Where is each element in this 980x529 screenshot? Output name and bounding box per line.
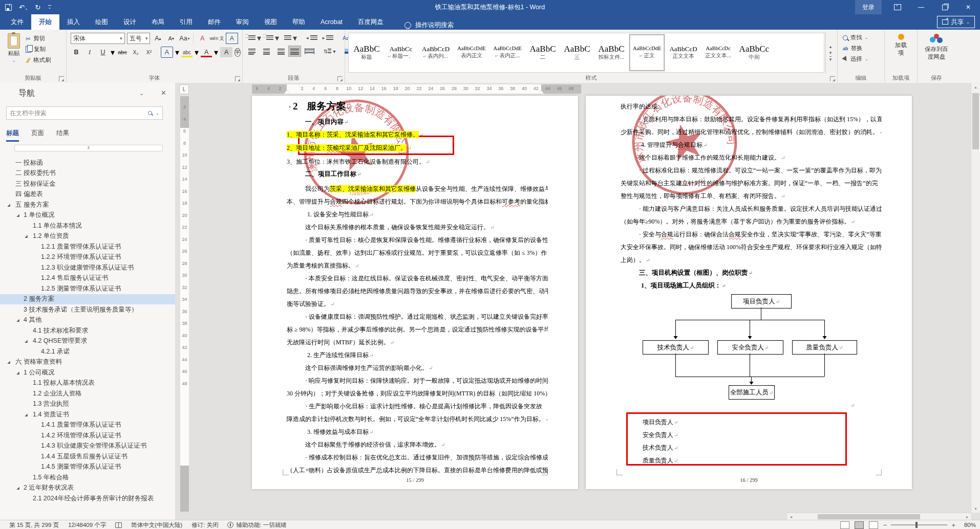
- customize-qat-icon[interactable]: ⌄: [48, 5, 52, 10]
- nav-item[interactable]: ◢4.2 QHSE管理要求: [0, 336, 175, 347]
- style-正文文本[interactable]: AaBbCcD正文文本: [666, 34, 700, 71]
- multilevel-list-button[interactable]: ▾: [283, 33, 299, 43]
- clear-formatting-button[interactable]: A: [197, 33, 208, 43]
- language-indicator[interactable]: 简体中文(中国大陆): [131, 521, 182, 529]
- style-正文文本...[interactable]: AaBbCcDc正文文本...: [702, 34, 735, 71]
- align-center-button[interactable]: [261, 46, 272, 56]
- word-count[interactable]: 12/48409 个字: [68, 521, 106, 529]
- nav-item[interactable]: 1.4.1 质量管理体系认证证书: [0, 420, 175, 431]
- nav-item[interactable]: 四 偏差表: [0, 189, 175, 200]
- chevron-down-icon[interactable]: ⌄: [139, 90, 144, 97]
- redo-icon[interactable]: ↻: [35, 4, 41, 11]
- highlight-color-button[interactable]: abc: [181, 47, 193, 57]
- expand-icon[interactable]: ◢: [25, 412, 28, 416]
- nav-item[interactable]: 二 授权委托书: [0, 168, 175, 179]
- zoom-percentage[interactable]: 80%: [961, 522, 976, 528]
- style-表内正文[interactable]: AaBbCcDdE表内正文: [454, 34, 488, 71]
- tab-设计[interactable]: 设计: [116, 14, 144, 30]
- close-button[interactable]: ✕: [956, 0, 980, 14]
- style-正文[interactable]: AaBbCcDdE↵正文: [629, 34, 665, 71]
- cut-button[interactable]: ✂剪切: [26, 35, 51, 42]
- undo-icon[interactable]: ↶⌄: [19, 4, 28, 11]
- styles-dialog-launcher[interactable]: [830, 76, 835, 81]
- tab-文件[interactable]: 文件: [3, 14, 31, 30]
- styles-more-button[interactable]: ▴▾▾: [825, 32, 835, 74]
- tab-邮件[interactable]: 邮件: [200, 14, 228, 30]
- addins-button[interactable]: 加载项: [887, 32, 915, 57]
- page-indicator[interactable]: 第 15 页, 共 299 页: [9, 521, 59, 529]
- expand-icon[interactable]: ◢: [16, 213, 19, 217]
- accessibility-status[interactable]: 辅助功能: 一切就绪: [227, 521, 286, 529]
- nav-tab-页面[interactable]: 页面: [31, 129, 44, 142]
- page-15[interactable]: ·2服务方案↵ 涿州市铁工石化设备制造有限公司 1243019620517 15…: [252, 96, 578, 489]
- horizontal-ruler[interactable]: 6422468101214161820222426283032343638404…: [252, 84, 581, 94]
- style-投标文件...[interactable]: AaBbC投标文件...: [595, 34, 628, 71]
- nav-item[interactable]: ◢1 公司概况: [0, 367, 175, 378]
- nav-item[interactable]: 4.1 技术标准和要求: [0, 325, 175, 336]
- tab-审阅[interactable]: 审阅: [228, 14, 257, 30]
- expand-icon[interactable]: ◢: [7, 203, 10, 207]
- nav-item[interactable]: 一 投标函: [0, 158, 175, 168]
- scrollbar-thumb[interactable]: [972, 93, 979, 149]
- paste-button[interactable]: 粘贴 ⌄: [2, 32, 26, 74]
- nav-item[interactable]: 1.2.4 售后服务认证证书: [0, 273, 175, 284]
- expand-icon[interactable]: ◢: [25, 339, 28, 343]
- nav-item[interactable]: ◢1.2 单位资质: [0, 231, 175, 242]
- nav-item[interactable]: 1.3 营业执照: [0, 399, 175, 410]
- nav-item[interactable]: 3 技术服务承诺（主要说明服务质量等）: [0, 304, 175, 315]
- align-left-button[interactable]: [247, 46, 259, 56]
- shrink-font-button[interactable]: A▾: [165, 33, 177, 43]
- format-painter-button[interactable]: 格式刷: [26, 56, 51, 64]
- print-layout-button[interactable]: [855, 521, 864, 529]
- right-indent-marker[interactable]: [539, 90, 544, 94]
- scrollbar-thumb[interactable]: [818, 514, 920, 519]
- distribute-button[interactable]: [303, 46, 316, 56]
- page-16[interactable]: 涿州市铁工石化设备制造有限公司 1243019620517 16 / 299 执…: [586, 96, 912, 489]
- bullets-button[interactable]: ▾: [247, 33, 263, 43]
- text-effects-button[interactable]: A: [161, 47, 173, 58]
- tab-selector[interactable]: L: [179, 84, 189, 94]
- font-size-combo[interactable]: 五号▾: [127, 33, 151, 44]
- nav-item[interactable]: ◢2 近年财务状况表: [0, 483, 175, 494]
- nav-jump-top-bar[interactable]: ⊼: [14, 145, 163, 151]
- grow-font-button[interactable]: A▴: [152, 33, 163, 43]
- restore-button[interactable]: [933, 0, 956, 14]
- document-search-input[interactable]: 在文档中搜索 ⌄: [6, 106, 163, 120]
- web-layout-button[interactable]: [869, 521, 878, 529]
- tab-视图[interactable]: 视图: [257, 14, 285, 30]
- hanging-indent-marker[interactable]: [284, 90, 289, 94]
- nav-item[interactable]: 1.4.3 职业健康安全管理体系认证证书: [0, 441, 175, 452]
- style-二[interactable]: AaBbC二: [526, 34, 559, 71]
- character-shading-button[interactable]: A: [220, 47, 232, 57]
- enclose-characters-button[interactable]: 字: [235, 48, 241, 57]
- bold-button[interactable]: B: [71, 47, 82, 57]
- nav-item[interactable]: ◢五 服务方案: [0, 200, 175, 210]
- zoom-out-button[interactable]: −: [883, 521, 887, 529]
- style-标题一、[interactable]: AaBbCc↵标题一、: [385, 34, 417, 71]
- nav-item[interactable]: ◢1 单位概况: [0, 210, 175, 221]
- save-to-baidu-button[interactable]: 保存到百度网盘: [920, 32, 953, 61]
- font-dialog-launcher[interactable]: [235, 76, 240, 81]
- tab-Acrobat[interactable]: Acrobat: [313, 14, 350, 30]
- tab-百度网盘[interactable]: 百度网盘: [350, 14, 391, 30]
- nav-item[interactable]: 1.4.2 环境管理体系认证证书: [0, 430, 175, 441]
- expand-icon[interactable]: ◢: [16, 370, 19, 374]
- tell-me-search[interactable]: 操作说明搜索: [404, 21, 454, 30]
- change-case-button[interactable]: Aa▾: [179, 33, 190, 43]
- vertical-ruler[interactable]: 2468101214161820222426283032343638404244…: [180, 96, 189, 512]
- nav-item[interactable]: ◢4 其他: [0, 315, 175, 326]
- select-button[interactable]: 选择⌄: [843, 55, 879, 63]
- tab-引用[interactable]: 引用: [172, 14, 200, 30]
- increase-indent-button[interactable]: ▸: [321, 33, 335, 43]
- nav-tab-结果[interactable]: 结果: [56, 129, 69, 142]
- style-中间[interactable]: AaBbCc中间: [736, 34, 773, 71]
- expand-icon[interactable]: ◢: [16, 486, 19, 490]
- read-mode-button[interactable]: [840, 521, 849, 529]
- subscript-button[interactable]: X₂: [130, 47, 141, 57]
- underline-button[interactable]: U: [97, 47, 109, 57]
- proofing-icon[interactable]: [115, 522, 122, 528]
- line-spacing-button[interactable]: ⇅▾: [322, 46, 337, 56]
- nav-item[interactable]: ◢六 资格审查资料: [0, 357, 175, 368]
- style-标题[interactable]: AaBbC标题: [350, 34, 383, 71]
- vertical-scrollbar[interactable]: ▴ ▾: [971, 83, 980, 513]
